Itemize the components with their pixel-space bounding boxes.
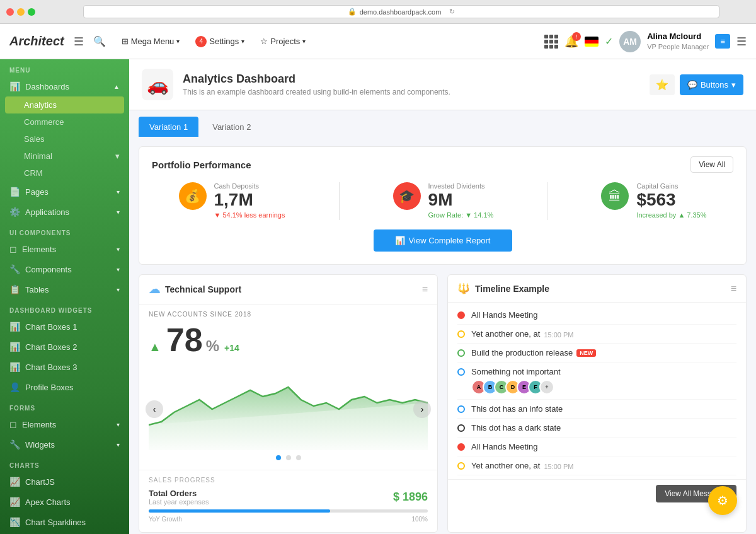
sidebar-item-chart-boxes-1[interactable]: 📊 Chart Boxes 1	[0, 316, 129, 337]
language-flag[interactable]	[585, 37, 598, 47]
timeline-item: All Hands Meeting	[457, 306, 736, 325]
apps-grid-button[interactable]	[544, 35, 558, 49]
stat-capital: 🏛 Capital Gains $563 Increased by ▲ 7.35…	[601, 182, 706, 219]
sidebar-item-elements[interactable]: ◻ Elements ▾	[0, 239, 129, 259]
nav-settings[interactable]: 4 Settings ▾	[189, 33, 251, 50]
tabs-bar: Variation 1 Variation 2	[129, 110, 756, 137]
main-content: 🚗 Analytics Dashboard This is an example…	[129, 59, 756, 534]
address-bar[interactable]: 🔒 demo.dashboardpack.com ↻	[83, 5, 719, 18]
refresh-icon[interactable]: ↻	[449, 8, 455, 16]
panel-menu-icon[interactable]: ≡	[422, 284, 428, 295]
chart-next-button[interactable]: ›	[413, 400, 431, 418]
page-header: 🚗 Analytics Dashboard This is an example…	[129, 59, 756, 110]
sidebar-item-analytics[interactable]: Analytics	[5, 96, 124, 113]
status-check[interactable]: ✓	[605, 35, 613, 47]
sidebar-item-chart-boxes-3[interactable]: 📊 Chart Boxes 3	[0, 357, 129, 377]
minimize-dot	[17, 8, 25, 16]
view-report-button[interactable]: 📊 View Complete Report	[374, 229, 512, 252]
cloud-icon: ☁	[149, 282, 160, 296]
chart-dot-3[interactable]	[296, 455, 301, 460]
sidebar-item-minimal[interactable]: Minimal ▾	[0, 148, 129, 165]
sidebar-item-applications[interactable]: ⚙️ Applications ▾	[0, 202, 129, 222]
timeline-dot-yellow	[457, 462, 465, 470]
timeline-item: Build the production release NEW	[457, 344, 736, 363]
chart-icon: 📊	[9, 342, 20, 352]
form-widgets-label: Widgets	[25, 440, 55, 450]
sidebar-item-tables[interactable]: 📋 Tables ▾	[0, 279, 129, 299]
tables-label: Tables	[25, 285, 49, 294]
chevron-down-icon: ▾	[115, 151, 120, 161]
sidebar-item-chart-sparklines[interactable]: 📉 Chart Sparklines	[0, 512, 129, 532]
sidebar-item-profile-boxes[interactable]: 👤 Profile Boxes	[0, 377, 129, 397]
form-elements-icon: ◻	[9, 419, 17, 429]
sidebar-item-commerce[interactable]: Commerce	[0, 113, 129, 131]
timeline-item: Yet another one, at 15:00 PM	[457, 456, 736, 475]
nav-mega-menu[interactable]: ⊞ Mega Menu ▾	[115, 33, 186, 49]
nav-label: Projects	[270, 37, 300, 46]
buttons-label: Buttons	[701, 80, 728, 90]
stat-divider-2	[547, 182, 547, 220]
user-role: VP People Manager	[647, 42, 709, 51]
notifications-button[interactable]: 🔔 !	[564, 35, 578, 49]
chart-icon: 📊	[9, 322, 20, 332]
chevron-up-icon: ▲	[113, 83, 120, 90]
star-button[interactable]: ⭐	[650, 74, 675, 95]
chart-content: NEW ACCOUNTS SINCE 2018 ▲ 78 % +14 ‹	[139, 305, 437, 470]
stat-invested: 🎓 Invested Dividents 9M Grow Rate: ▼ 14.…	[393, 182, 494, 219]
timeline-title: 🔱 Timeline Example	[457, 282, 549, 294]
chart-dot-1[interactable]	[276, 455, 281, 460]
technical-support-panel: ☁ Technical Support ≡ NEW ACCOUNTS SINCE…	[139, 274, 438, 533]
view-all-button[interactable]: View All	[690, 156, 733, 173]
timeline-list: All Hands Meeting Yet another one, at 15…	[448, 303, 746, 479]
components-icon: 🔧	[9, 264, 20, 274]
sidebar-item-dashboards[interactable]: 📊 Dashboards ▲	[0, 76, 129, 96]
stat-info: Capital Gains $563 Increased by ▲ 7.35%	[636, 182, 706, 219]
tab-variation-1[interactable]: Variation 1	[139, 117, 198, 137]
buttons-button[interactable]: 💬 Buttons ▾	[680, 74, 743, 95]
sidebar-item-pages[interactable]: 📄 Pages ▾	[0, 182, 129, 202]
timeline-dot-blue	[457, 405, 465, 413]
search-button[interactable]: 🔍	[93, 35, 106, 47]
cash-icon: 💰	[179, 182, 207, 210]
menu-section-label: MENU	[0, 59, 129, 76]
orders-amount: $ 1896	[393, 490, 428, 504]
chart-dot-2[interactable]	[286, 455, 291, 460]
browser-chrome: 🔒 demo.dashboardpack.com ↻	[0, 0, 756, 24]
lock-icon: 🔒	[348, 8, 357, 16]
page-header-icon: 🚗	[142, 69, 173, 100]
elements-icon: ◻	[9, 244, 17, 254]
timeline-header: 🔱 Timeline Example ≡	[448, 275, 746, 303]
browser-dots	[6, 8, 35, 16]
sparkline-icon: 📉	[9, 517, 20, 527]
cash-change: ▼ 54.1% less earnings	[214, 211, 285, 219]
right-menu-button[interactable]: ☰	[736, 35, 747, 49]
sidebar-item-crm[interactable]: CRM	[0, 165, 129, 182]
up-arrow-icon: ▼	[465, 211, 472, 219]
chevron-down-icon: ▾	[117, 266, 120, 273]
sidebar-item-form-elements[interactable]: ◻ Elements ▾	[0, 414, 129, 434]
sales-row: Total Orders Last year expenses $ 1896	[149, 489, 428, 506]
chart-nav-container: ‹	[149, 368, 428, 450]
timeline-menu-icon[interactable]: ≡	[731, 283, 736, 294]
sidebar-item-form-widgets[interactable]: 🔧 Widgets ▾	[0, 434, 129, 455]
nav-projects[interactable]: ☆ Projects ▾	[254, 33, 312, 49]
progress-bar	[149, 509, 428, 513]
page-title: Analytics Dashboard	[183, 73, 450, 86]
avatar-group: A B C D E F +	[471, 380, 736, 395]
tab-variation-2[interactable]: Variation 2	[202, 117, 261, 137]
sidebar-item-apex-charts[interactable]: 📈 Apex Charts	[0, 492, 129, 512]
fab-settings-button[interactable]: ⚙	[708, 486, 737, 515]
chart-icon: 📊	[395, 236, 405, 245]
user-menu-button[interactable]: ≡	[715, 34, 730, 49]
chevron-down-icon: ▾	[241, 38, 244, 45]
avatar-more: +	[539, 380, 554, 395]
bottom-panels: ☁ Technical Support ≡ NEW ACCOUNTS SINCE…	[139, 274, 747, 533]
sidebar-item-chart-boxes-2[interactable]: 📊 Chart Boxes 2	[0, 337, 129, 357]
sidebar-item-sales[interactable]: Sales	[0, 131, 129, 148]
user-avatar[interactable]: AM	[619, 31, 641, 52]
hamburger-menu[interactable]: ☰	[74, 35, 84, 49]
sidebar-item-components[interactable]: 🔧 Components ▾	[0, 259, 129, 279]
chart-prev-button[interactable]: ‹	[146, 400, 163, 418]
app-header: Architect ☰ 🔍 ⊞ Mega Menu ▾ 4 Settings ▾…	[0, 24, 756, 59]
sidebar-item-chartjs[interactable]: 📈 ChartJS	[0, 472, 129, 492]
